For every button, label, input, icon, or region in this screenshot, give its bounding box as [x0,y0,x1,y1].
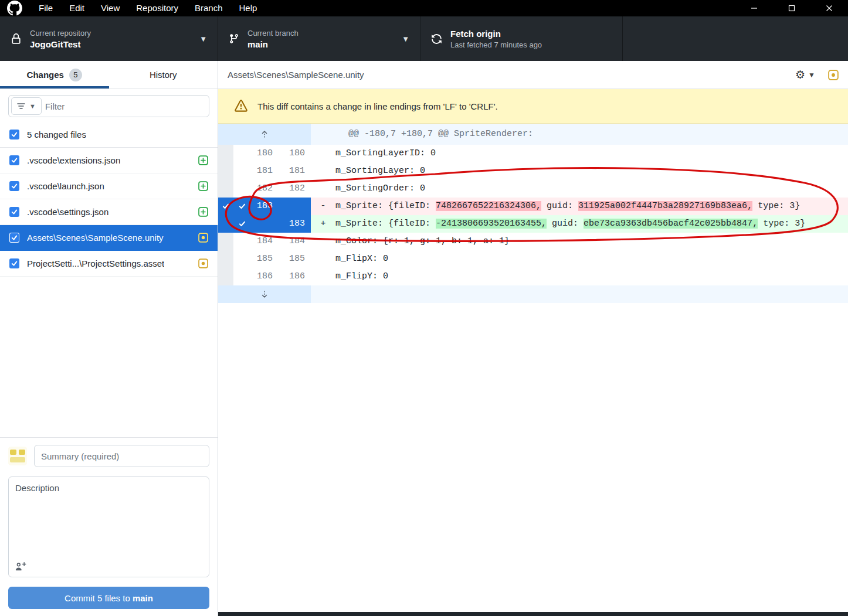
diff-line-select-strip[interactable] [218,180,233,198]
diff-line-content: +m_Sprite: {fileID: -2413806693520163455… [311,215,848,233]
minimize-button[interactable] [735,0,773,16]
expand-up-button[interactable] [218,124,311,145]
new-line-number[interactable]: 181 [279,162,311,180]
maximize-button[interactable] [773,0,810,16]
filter-options-button[interactable]: ▼ [11,97,42,115]
commit-description-box [8,477,209,577]
file-row[interactable]: .vscode\launch.json [0,173,218,199]
chevron-down-icon: ▼ [808,71,815,79]
menu-edit[interactable]: Edit [61,0,93,16]
file-checkbox[interactable] [9,258,19,268]
new-line-number[interactable]: 186 [279,268,311,285]
file-checkbox[interactable] [9,155,19,165]
diff-panel: Assets\Scenes\SampleScene.unity ⚙ ▼ This… [218,61,848,616]
file-name: .vscode\extensions.json [27,155,120,165]
modified-status-icon [198,258,208,268]
diff-line-select-strip[interactable] [218,198,233,215]
changes-count-badge: 5 [69,69,82,81]
tab-history-label: History [150,70,177,80]
modified-status-icon [828,70,839,80]
file-checkbox[interactable] [9,181,19,191]
commit-summary-input[interactable] [34,445,209,467]
warning-icon [235,100,247,113]
expand-down-icon [260,290,269,299]
old-line-number[interactable]: 180 [233,145,279,162]
new-line-number[interactable] [279,198,311,215]
fetch-origin-label: Fetch origin [450,29,542,39]
diff-line-select-strip[interactable] [218,250,233,268]
diff-line-content: m_Color: {r: 1, g: 1, b: 1, a: 1} [311,233,848,250]
current-branch-label: Current branch [247,29,299,38]
diff-options-button[interactable]: ⚙ ▼ [795,68,815,81]
menu-file[interactable]: File [30,0,61,16]
sidebar-tabs: Changes 5 History [0,61,218,89]
chevron-down-icon: ▼ [29,103,36,110]
file-row[interactable]: .vscode\settings.json [0,199,218,225]
close-button[interactable] [810,0,848,16]
menu-branch[interactable]: Branch [186,0,231,16]
diff-line-select-strip[interactable] [218,145,233,162]
diff-line: 184184m_Color: {r: 1, g: 1, b: 1, a: 1} [218,233,848,250]
file-row[interactable]: .vscode\extensions.json [0,148,218,173]
filter-input[interactable] [45,101,209,111]
old-line-number[interactable]: 185 [233,250,279,268]
menu-bar: File Edit View Repository Branch Help [30,0,265,16]
diff-line: 186186m_FlipY: 0 [218,268,848,285]
old-line-number[interactable]: 184 [233,233,279,250]
current-repository-button[interactable]: Current repository JogoGitTest ▼ [0,16,218,61]
diff-line: 182182m_SortingOrder: 0 [218,180,848,198]
new-line-number[interactable]: 183 [279,215,311,233]
add-coauthor-icon[interactable] [15,561,26,571]
fetch-origin-button[interactable]: Fetch origin Last fetched 7 minutes ago [420,16,623,61]
old-line-number[interactable]: 181 [233,162,279,180]
diff-line-select-strip[interactable] [218,233,233,250]
staged-check-icon [239,203,246,210]
menu-repository[interactable]: Repository [128,0,186,16]
gear-icon: ⚙ [795,68,805,81]
filter-row: ▼ [0,89,218,122]
commit-button[interactable]: Commit 5 files to main [8,587,209,609]
added-status-icon [198,207,208,217]
lock-icon [11,33,22,45]
file-row-selected[interactable]: Assets\Scenes\SampleScene.unity [0,225,218,251]
commit-description-input[interactable] [15,483,202,552]
diff-line-content: -m_Sprite: {fileID: 7482667652216324306,… [311,198,848,215]
diff-line-content: m_SortingLayer: 0 [311,162,848,180]
chevron-down-icon: ▼ [199,35,207,43]
diff-lines: 180180m_SortingLayerID: 0181181m_Sorting… [218,145,848,285]
diff-line: 180180m_SortingLayerID: 0 [218,145,848,162]
select-all-checkbox[interactable] [9,130,19,139]
old-line-number[interactable] [233,215,279,233]
changes-sidebar: Changes 5 History ▼ 5 changed files [0,61,218,616]
fetch-origin-status: Last fetched 7 minutes ago [450,40,542,49]
old-line-number[interactable]: 186 [233,268,279,285]
file-row[interactable]: ProjectSetti...\ProjectSettings.asset [0,251,218,277]
tab-changes-label: Changes [27,70,64,80]
menu-view[interactable]: View [93,0,128,16]
file-checkbox[interactable] [9,233,19,243]
diff-line: 185185m_FlipX: 0 [218,250,848,268]
old-line-number[interactable]: 182 [233,180,279,198]
new-line-number[interactable]: 180 [279,145,311,162]
tab-changes[interactable]: Changes 5 [0,61,109,89]
github-logo-icon [7,1,22,16]
expand-down-button[interactable] [218,285,311,303]
diff-line-select-strip[interactable] [218,162,233,180]
new-line-number[interactable]: 185 [279,250,311,268]
new-line-number[interactable]: 184 [279,233,311,250]
current-repository-label: Current repository [30,29,91,38]
diff-line-select-strip[interactable] [218,268,233,285]
chevron-down-icon: ▼ [402,35,409,43]
diff-line-content: m_FlipY: 0 [311,268,848,285]
new-line-number[interactable]: 182 [279,180,311,198]
tab-history[interactable]: History [109,61,218,89]
menu-help[interactable]: Help [231,0,266,16]
diff-line-content: m_SortingLayerID: 0 [311,145,848,162]
file-checkbox[interactable] [9,207,19,217]
added-status-icon [198,181,208,191]
file-name: .vscode\launch.json [27,181,104,191]
current-branch-button[interactable]: Current branch main ▼ [218,16,420,61]
expand-bottom-row [218,285,848,303]
diff-line-select-strip[interactable] [218,215,233,233]
old-line-number[interactable]: 183 [233,198,279,215]
